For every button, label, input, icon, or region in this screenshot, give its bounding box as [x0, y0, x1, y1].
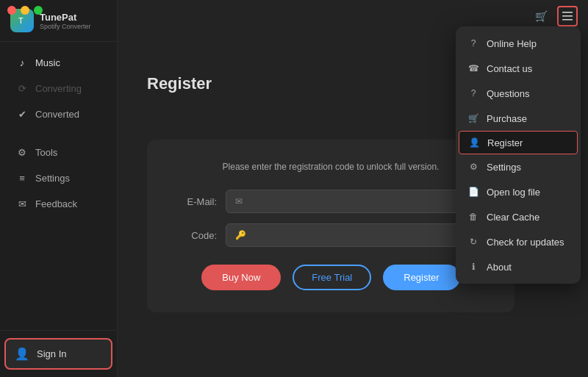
register-icon: 👤 — [468, 137, 480, 148]
email-label: E-Mail: — [176, 196, 217, 207]
update-icon: ↻ — [467, 236, 479, 248]
register-button[interactable]: Register — [383, 265, 459, 290]
sidebar-label-converted: Converted — [35, 109, 79, 120]
menu-item-about[interactable]: ℹ About — [456, 254, 581, 279]
menu-label-online-help: Online Help — [487, 38, 537, 49]
cart-icon[interactable]: 🛒 — [531, 6, 551, 26]
feedback-icon: ✉ — [16, 198, 28, 209]
menu-label-open-log: Open log file — [487, 187, 540, 198]
menu-item-clear-cache[interactable]: 🗑 Clear Cache — [456, 204, 581, 229]
menu-label-contact-us: Contact us — [487, 63, 532, 74]
app-name: TunePat Spotify Converter — [40, 12, 91, 30]
code-label: Code: — [176, 230, 217, 241]
sidebar-label-settings: Settings — [35, 173, 70, 184]
settings-icon: ≡ — [16, 172, 28, 184]
email-icon: ✉ — [235, 196, 243, 207]
svg-rect-4 — [562, 19, 573, 21]
menu-label-about: About — [487, 262, 512, 273]
converting-icon: ⟳ — [16, 82, 28, 94]
converted-icon: ✔ — [16, 108, 28, 120]
menu-item-open-log[interactable]: 📄 Open log file — [456, 179, 581, 204]
email-row: E-Mail: ✉ — [176, 190, 485, 213]
svg-rect-2 — [562, 12, 573, 13]
sidebar-bottom: 👤 Sign In — [0, 330, 117, 377]
sidebar-item-settings[interactable]: ≡ Settings — [4, 165, 112, 190]
menu-label-questions: Questions — [487, 88, 530, 99]
menu-item-register[interactable]: 👤 Register — [459, 131, 578, 154]
code-row: Code: 🔑 — [176, 223, 485, 247]
sidebar-label-converting: Converting — [35, 83, 82, 94]
purchase-icon: 🛒 — [467, 112, 479, 124]
svg-rect-3 — [562, 15, 573, 17]
help-icon: ? — [467, 37, 479, 49]
sidebar-item-converting: ⟳ Converting — [4, 76, 112, 101]
free-trial-button[interactable]: Free Trial — [293, 265, 371, 290]
code-input[interactable]: 🔑 — [226, 223, 485, 247]
traffic-lights — [7, 6, 43, 15]
minimize-button[interactable] — [21, 6, 29, 15]
questions-icon: ? — [467, 87, 479, 99]
sidebar: T TunePat Spotify Converter ♪ Music ⟳ Co… — [0, 0, 118, 377]
about-icon: ℹ — [467, 261, 479, 273]
sidebar-item-tools[interactable]: ⚙ Tools — [4, 140, 112, 165]
register-description: Please enter the registration code to un… — [176, 162, 485, 172]
register-title: Register — [147, 74, 212, 93]
code-icon: 🔑 — [235, 230, 246, 240]
log-icon: 📄 — [467, 186, 479, 198]
svg-text:T: T — [18, 16, 24, 25]
sidebar-item-feedback[interactable]: ✉ Feedback — [4, 191, 112, 216]
main-content: 🛒 Register + + — [118, 0, 588, 377]
menu-settings-icon: ⚙ — [467, 161, 479, 173]
menu-item-check-updates[interactable]: ↻ Check for updates — [456, 229, 581, 254]
sign-in-button[interactable]: 👤 Sign In — [4, 338, 112, 370]
menu-item-questions[interactable]: ? Questions — [456, 81, 581, 106]
menu-label-purchase: Purchase — [487, 113, 527, 124]
sidebar-label-music: Music — [35, 57, 60, 68]
menu-label-settings: Settings — [487, 162, 521, 173]
music-icon: ♪ — [16, 57, 28, 68]
menu-item-settings[interactable]: ⚙ Settings — [456, 154, 581, 179]
menu-item-purchase[interactable]: 🛒 Purchase — [456, 106, 581, 131]
sign-in-icon: 👤 — [15, 347, 29, 361]
menu-label-clear-cache: Clear Cache — [487, 212, 539, 223]
maximize-button[interactable] — [34, 6, 43, 15]
sidebar-item-converted[interactable]: ✔ Converted — [4, 101, 112, 126]
dropdown-menu: ? Online Help ☎ Contact us ? Questions 🛒… — [456, 26, 581, 284]
sidebar-label-tools: Tools — [35, 147, 57, 158]
sidebar-label-feedback: Feedback — [35, 198, 77, 209]
contact-icon: ☎ — [467, 62, 479, 74]
menu-label-register: Register — [487, 137, 523, 148]
menu-item-online-help[interactable]: ? Online Help — [456, 31, 581, 56]
cache-icon: 🗑 — [467, 211, 479, 223]
email-input[interactable]: ✉ — [226, 190, 485, 213]
sidebar-item-music[interactable]: ♪ Music — [4, 50, 112, 75]
menu-label-check-updates: Check for updates — [487, 237, 564, 248]
sidebar-nav: ♪ Music ⟳ Converting ✔ Converted ⚙ Tools… — [0, 42, 117, 330]
app-title: TunePat — [40, 12, 91, 23]
tools-icon: ⚙ — [16, 146, 28, 158]
buy-now-button[interactable]: Buy Now — [201, 265, 281, 290]
menu-item-contact-us[interactable]: ☎ Contact us — [456, 56, 581, 81]
close-button[interactable] — [7, 6, 16, 15]
menu-button[interactable] — [557, 6, 578, 26]
sign-in-label: Sign In — [37, 348, 66, 359]
button-row: Buy Now Free Trial Register — [176, 265, 485, 290]
app-subtitle: Spotify Converter — [40, 23, 91, 30]
